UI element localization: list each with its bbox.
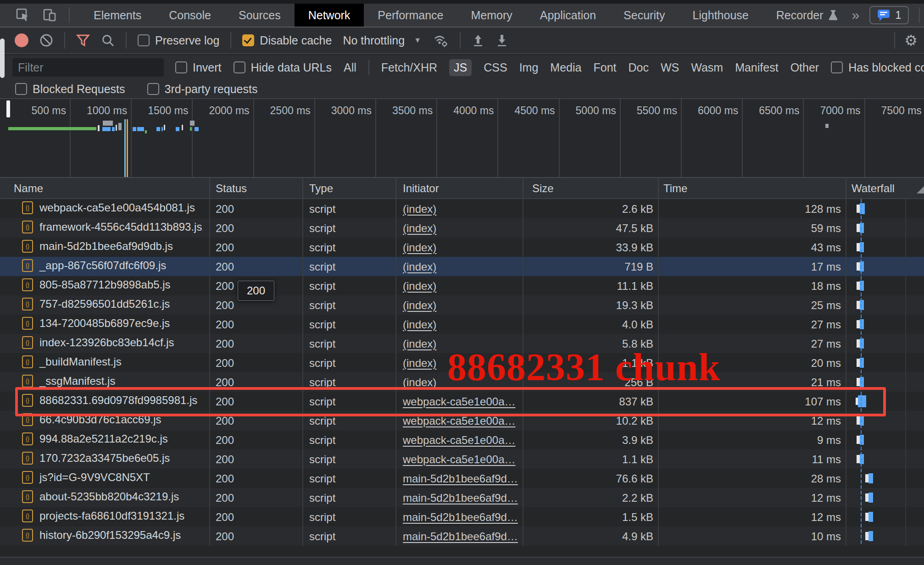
- initiator-link[interactable]: webpack-ca5e1e00a…: [403, 453, 516, 466]
- table-row[interactable]: {}994.88a2e5211a2c219c.js200scriptwebpac…: [0, 430, 924, 449]
- network-conditions-icon[interactable]: [432, 33, 449, 48]
- search-icon[interactable]: [101, 33, 115, 47]
- table-row[interactable]: {}framework-4556c45dd113b893.js200script…: [0, 218, 924, 238]
- request-name-cell[interactable]: {}134-7200485b6897ec9e.js: [22, 317, 170, 330]
- filter-type-media[interactable]: Media: [550, 61, 581, 74]
- filter-type-css[interactable]: CSS: [484, 61, 507, 74]
- tab-performance[interactable]: Performance: [364, 4, 457, 27]
- filter-type-font[interactable]: Font: [593, 61, 616, 74]
- blocked-requests-box[interactable]: [15, 83, 27, 95]
- tab-security[interactable]: Security: [610, 4, 679, 27]
- request-name-cell[interactable]: {}projects-fa68610df3191321.js: [22, 510, 184, 522]
- disable-cache-box[interactable]: [242, 34, 254, 46]
- initiator-link[interactable]: (index): [403, 357, 436, 370]
- throttling-select[interactable]: No throttling ▼: [343, 34, 421, 47]
- initiator-link[interactable]: main-5d2b1bee6af9d…: [403, 472, 518, 485]
- invert-box[interactable]: [175, 61, 187, 73]
- table-row[interactable]: {}170.7232a33475be6e05.js200scriptwebpac…: [0, 449, 924, 469]
- filter-type-manifest[interactable]: Manifest: [735, 61, 778, 74]
- record-network-log-icon[interactable]: [15, 33, 28, 47]
- table-row[interactable]: {}_app-867c56f07dfc6f09.js200script(inde…: [0, 257, 924, 276]
- preserve-log-checkbox[interactable]: Preserve log: [138, 34, 219, 47]
- filter-type-img[interactable]: Img: [519, 61, 539, 74]
- network-settings-gear-icon[interactable]: ⚙: [904, 33, 918, 48]
- tab-console[interactable]: Console: [155, 4, 225, 27]
- request-name-cell[interactable]: {}994.88a2e5211a2c219c.js: [22, 432, 168, 445]
- filter-type-fetchxhr[interactable]: Fetch/XHR: [381, 61, 437, 74]
- request-name-cell[interactable]: {}framework-4556c45dd113b893.js: [22, 221, 202, 233]
- device-toolbar-icon[interactable]: [42, 8, 57, 22]
- tab-lighthouse[interactable]: Lighthouse: [679, 4, 762, 27]
- column-header-type[interactable]: Type: [309, 182, 333, 195]
- initiator-link[interactable]: (index): [403, 338, 436, 350]
- column-header-time[interactable]: Time: [663, 182, 687, 195]
- clear-network-log-icon[interactable]: [39, 33, 53, 47]
- table-row[interactable]: {}134-7200485b6897ec9e.js200script(index…: [0, 315, 924, 334]
- filter-type-wasm[interactable]: Wasm: [691, 61, 723, 74]
- initiator-link[interactable]: (index): [403, 222, 436, 235]
- tab-elements[interactable]: Elements: [80, 4, 155, 27]
- table-row[interactable]: {}history-6b290f153295a4c9.js200scriptma…: [0, 526, 924, 546]
- tab-sources[interactable]: Sources: [225, 4, 295, 27]
- filter-type-js[interactable]: JS: [449, 59, 472, 76]
- column-resizer[interactable]: [846, 178, 846, 198]
- initiator-link[interactable]: webpack-ca5e1e00a…: [403, 415, 516, 427]
- request-name-cell[interactable]: {}_buildManifest.js: [22, 355, 122, 368]
- tab-recorder[interactable]: Recorder: [763, 4, 852, 27]
- request-name-cell[interactable]: {}main-5d2b1bee6af9d9db.js: [22, 240, 173, 253]
- initiator-link[interactable]: main-5d2b1bee6af9d…: [403, 511, 518, 524]
- request-name-cell[interactable]: {}_app-867c56f07dfc6f09.js: [22, 259, 166, 272]
- request-name-cell[interactable]: {}history-6b290f153295a4c9.js: [22, 529, 181, 542]
- initiator-link[interactable]: webpack-ca5e1e00a…: [403, 434, 516, 447]
- filter-input[interactable]: Filter: [12, 58, 164, 77]
- column-header-initiator[interactable]: Initiator: [403, 182, 439, 195]
- table-row[interactable]: {}js?id=G-9V9VC8N5XT200scriptmain-5d2b1b…: [0, 469, 924, 488]
- column-resizer[interactable]: [302, 178, 303, 198]
- filter-type-doc[interactable]: Doc: [628, 61, 648, 74]
- tab-memory[interactable]: Memory: [457, 4, 526, 27]
- column-resizer[interactable]: [523, 178, 523, 198]
- table-row[interactable]: {}about-5235bb820b4c3219.js200scriptmain…: [0, 488, 924, 507]
- hide-data-urls-checkbox[interactable]: Hide data URLs: [234, 61, 332, 74]
- request-name-cell[interactable]: {}170.7232a33475be6e05.js: [22, 452, 170, 465]
- request-name-cell[interactable]: {}757-d82596501dd5261c.js: [22, 298, 170, 310]
- request-name-cell[interactable]: {}index-123926bc83eb14cf.js: [22, 336, 174, 349]
- more-tabs-icon[interactable]: »: [852, 7, 860, 23]
- request-name-cell[interactable]: {}js?id=G-9V9VC8N5XT: [22, 471, 150, 484]
- column-header-status[interactable]: Status: [216, 182, 247, 195]
- tab-application[interactable]: Application: [526, 4, 610, 27]
- column-header-name[interactable]: Name: [14, 182, 43, 195]
- table-row[interactable]: {}webpack-ca5e1e00a454b081.js200script(i…: [0, 199, 924, 218]
- column-resizer[interactable]: [209, 178, 210, 198]
- third-party-checkbox[interactable]: 3rd-party requests: [147, 83, 258, 96]
- filter-type-ws[interactable]: WS: [661, 61, 679, 74]
- initiator-link[interactable]: (index): [403, 318, 436, 331]
- timeline-scroll-thumb[interactable]: [6, 100, 10, 117]
- invert-checkbox[interactable]: Invert: [175, 61, 222, 74]
- table-row[interactable]: {}main-5d2b1bee6af9d9db.js200script(inde…: [0, 238, 924, 257]
- table-row[interactable]: {}805-85a87712b9898ab5.js200script(index…: [0, 276, 924, 295]
- column-header-size[interactable]: Size: [532, 182, 554, 195]
- filter-type-other[interactable]: Other: [790, 61, 819, 74]
- export-har-icon[interactable]: [495, 33, 508, 47]
- initiator-link[interactable]: (index): [403, 299, 436, 312]
- waterfall-sort-icon[interactable]: [917, 183, 924, 194]
- initiator-link[interactable]: (index): [403, 280, 436, 293]
- initiator-link[interactable]: main-5d2b1bee6af9d…: [403, 492, 518, 504]
- initiator-link[interactable]: (index): [403, 241, 436, 254]
- table-row[interactable]: {}757-d82596501dd5261c.js200script(index…: [0, 295, 924, 315]
- initiator-link[interactable]: main-5d2b1bee6af9d…: [403, 530, 518, 543]
- network-overview-timeline[interactable]: 500 ms1000 ms1500 ms2000 ms2500 ms3000 m…: [0, 99, 924, 178]
- issues-button[interactable]: 1: [869, 6, 908, 24]
- third-party-box[interactable]: [147, 83, 159, 95]
- column-resizer[interactable]: [395, 178, 396, 198]
- request-name-cell[interactable]: {}805-85a87712b9898ab5.js: [22, 278, 171, 291]
- import-har-icon[interactable]: [472, 33, 484, 47]
- request-name-cell[interactable]: {}about-5235bb820b4c3219.js: [22, 490, 179, 503]
- has-blocked-cookies-box[interactable]: [831, 61, 843, 73]
- filter-type-all[interactable]: All: [344, 61, 356, 74]
- initiator-link[interactable]: (index): [403, 203, 436, 216]
- tab-network[interactable]: Network: [295, 4, 364, 27]
- preserve-log-box[interactable]: [138, 34, 150, 46]
- filter-icon[interactable]: [76, 33, 90, 47]
